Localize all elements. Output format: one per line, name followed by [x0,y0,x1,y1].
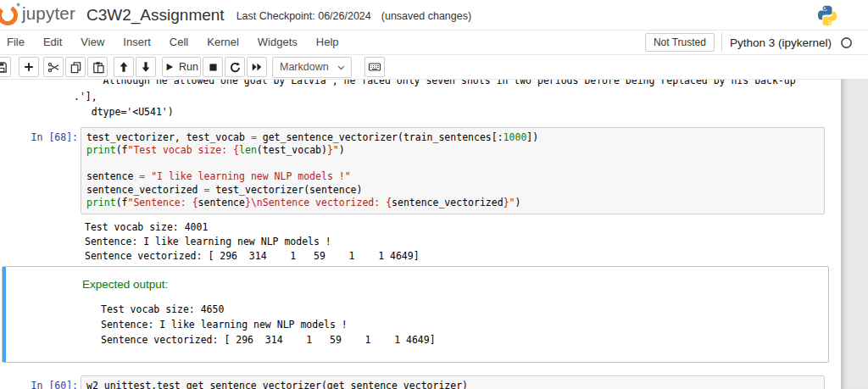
menu-insert[interactable]: Insert [114,31,160,54]
save-icon [0,61,8,74]
command-palette-button[interactable] [364,57,385,77]
save-button[interactable] [0,57,11,77]
toolbar: Run Markdown [0,55,868,80]
menu-edit[interactable]: Edit [34,31,71,54]
menu-help[interactable]: Help [307,31,348,54]
input-prompt: In [68]: [0,127,81,143]
code-cell-60: In [60]: w2_unittest.test_get_sentence_v… [0,375,841,389]
arrow-up-icon [118,61,130,73]
kernel-idle-icon [840,36,853,49]
vertical-scrollbar[interactable] [841,79,868,389]
refresh-icon [229,61,242,74]
markdown-cell-expected-output[interactable]: Expected output: Test vocab size: 4650Se… [2,266,829,363]
input-prompt: In [60]: [0,375,81,389]
code-cell-68: In [68]: test_vectorizer, test_vocab = g… [0,127,841,214]
plus-icon [23,61,35,73]
code-input-68[interactable]: test_vectorizer, test_vocab = get_senten… [81,127,825,214]
run-button-label: Run [179,61,198,73]
paste-icon [92,61,104,74]
autosave-status: (unsaved changes) [381,10,471,22]
run-button[interactable]: Run [162,57,201,77]
menu-cell[interactable]: Cell [160,31,198,54]
arrow-down-icon [140,61,152,73]
menu-bar: File Edit View Insert Cell Kernel Widget… [0,30,868,55]
copy-icon [70,61,82,74]
play-icon [164,62,175,72]
expected-output-code-block: Test vocab size: 4650Sentence: I like le… [101,302,820,347]
python-logo-icon [815,4,839,27]
notebook-header: jupyter C3W2_Assignment Last Checkpoint:… [0,0,868,30]
selected-cell-indicator [3,267,6,362]
move-cell-down-button[interactable] [136,57,156,77]
fast-forward-icon [251,61,263,73]
cell-type-selected-value: Markdown [280,61,337,73]
chevron-down-icon [337,63,346,72]
add-cell-button[interactable] [19,57,39,77]
scissors-icon [47,61,60,74]
move-cell-up-button[interactable] [114,57,134,77]
copy-cells-button[interactable] [65,57,86,77]
expected-output-heading: Expected output: [82,278,820,292]
menu-file[interactable]: File [0,31,34,54]
kernel-name[interactable]: Python 3 (ipykernel) [730,36,832,49]
menu-view[interactable]: View [71,31,114,54]
paste-cells-button[interactable] [87,57,108,77]
keyboard-icon [368,60,381,74]
cell-output-68: Test vocab size: 4001Sentence: I like le… [85,220,841,264]
jupyter-logo[interactable]: jupyter [0,0,83,30]
interrupt-kernel-button[interactable] [203,57,223,77]
cut-cells-button[interactable] [43,57,64,77]
menu-widgets[interactable]: Widgets [248,31,307,54]
stop-icon [208,62,219,73]
menubar-separator [721,33,722,52]
jupyter-logo-text: jupyter [22,3,75,24]
checkpoint-status: Last Checkpoint: 06/26/2024 [236,10,371,22]
restart-run-all-button[interactable] [247,57,267,77]
notebook-title[interactable]: C3W2_Assignment [86,6,225,25]
notebook-area: Although he allowed one goal by Latvia ,… [0,80,841,389]
trust-indicator[interactable]: Not Trusted [645,33,715,52]
previous-cell-output: Although he allowed one goal by Latvia ,… [74,80,841,120]
menu-kernel[interactable]: Kernel [198,31,248,54]
kernel-idle-indicator [840,36,853,49]
cell-type-select[interactable]: Markdown [272,57,352,78]
code-input-60[interactable]: w2_unittest.test_get_sentence_vectorizer… [81,375,825,389]
restart-kernel-button[interactable] [225,57,245,77]
